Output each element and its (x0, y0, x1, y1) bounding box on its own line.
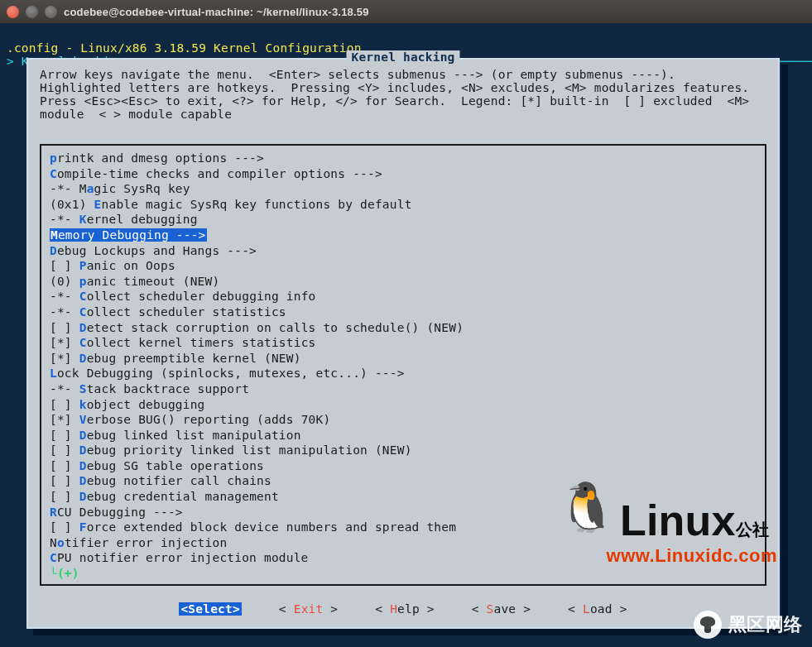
shadow (781, 65, 788, 630)
button-row: <Select> < Exit > < Help > < Save > < Lo… (28, 602, 778, 616)
menu-item[interactable]: [ ] Debug priority linked list manipulat… (50, 443, 757, 458)
menu-item[interactable]: [ ] Debug notifier call chains (50, 473, 757, 489)
menu-item[interactable]: [*] Verbose BUG() reporting (adds 70K) (50, 412, 757, 428)
menu-item[interactable]: [*] Debug preemptible kernel (NEW) (50, 351, 757, 367)
minimize-icon[interactable] (26, 6, 38, 18)
select-button[interactable]: <Select> (179, 602, 241, 616)
menu-item[interactable]: Lock Debugging (spinlocks, mutexes, etc.… (50, 366, 757, 381)
menu-item[interactable]: [ ] Force extended block device numbers … (50, 520, 757, 535)
menu-item[interactable]: [ ] Debug SG table operations (50, 458, 757, 474)
menu-item[interactable]: Notifier error injection (50, 535, 757, 551)
exit-button[interactable]: < Exit > (279, 602, 338, 616)
shadow (33, 629, 788, 635)
menu-item[interactable]: CPU notifier error injection module (50, 550, 757, 566)
help-button[interactable]: < Help > (375, 602, 434, 616)
menu-item[interactable]: -*- Magic SysRq key (50, 181, 757, 197)
window-title: codebee@codebee-virtual-machine: ~/kerne… (64, 6, 369, 18)
menu-item[interactable]: [ ] Debug credential management (50, 489, 757, 505)
menu-item[interactable]: (0x1) Enable magic SysRq key functions b… (50, 197, 757, 213)
menu-item[interactable]: -*- Stack backtrace support (50, 381, 757, 397)
load-button[interactable]: < Load > (568, 602, 627, 616)
maximize-icon[interactable] (45, 6, 57, 18)
menuconfig-box: Kernel hacking Arrow keys navigate the m… (26, 58, 780, 629)
menu-item[interactable]: (0) panic timeout (NEW) (50, 274, 757, 290)
box-title: Kernel hacking (346, 50, 459, 64)
menu-item-selected[interactable]: Memory Debugging ---> (50, 228, 757, 243)
menu-item[interactable]: RCU Debugging ---> (50, 505, 757, 520)
menu-item[interactable]: printk and dmesg options ---> (50, 151, 757, 166)
menu-item[interactable]: Compile-time checks and compiler options… (50, 166, 757, 182)
instructions: Arrow keys navigate the menu. <Enter> se… (28, 60, 778, 126)
menu-item[interactable]: -*- Kernel debugging (50, 212, 757, 228)
menu-item[interactable]: Debug Lockups and Hangs ---> (50, 243, 757, 259)
window-titlebar: codebee@codebee-virtual-machine: ~/kerne… (0, 0, 812, 23)
close-icon[interactable] (7, 6, 19, 18)
menu-item[interactable]: [*] Collect kernel timers statistics (50, 335, 757, 351)
menu-item[interactable]: [ ] kobject debugging (50, 397, 757, 413)
menu-item[interactable]: [ ] Debug linked list manipulation (50, 428, 757, 443)
menu-list[interactable]: printk and dmesg options ---> Compile-ti… (40, 144, 766, 586)
menu-item[interactable]: [ ] Panic on Oops (50, 258, 757, 274)
menu-item[interactable]: -*- Collect scheduler statistics (50, 304, 757, 320)
scroll-indicator: └(+) (50, 566, 757, 582)
save-button[interactable]: < Save > (472, 602, 531, 616)
menu-item[interactable]: -*- Collect scheduler debugging info (50, 289, 757, 304)
config-line: .config - Linux/x86 3.18.59 Kernel Confi… (7, 41, 362, 55)
menu-item[interactable]: [ ] Detect stack corruption on calls to … (50, 320, 757, 336)
